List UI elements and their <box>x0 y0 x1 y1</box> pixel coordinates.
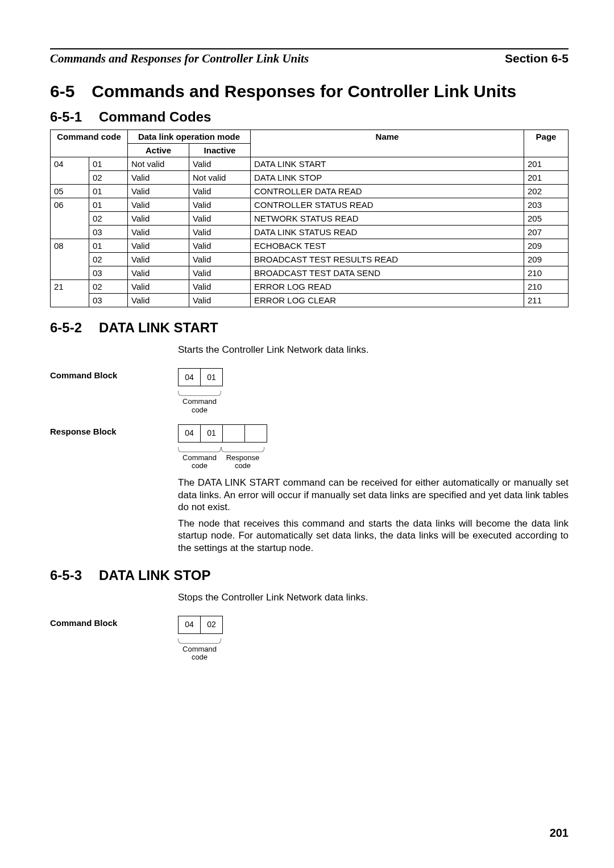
th-page: Page <box>524 130 569 157</box>
cmd-code-minor: 03 <box>89 294 128 307</box>
cell-name: NETWORK STATUS READ <box>251 212 524 226</box>
th-inactive: Inactive <box>189 144 251 157</box>
section-title: Commands and Responses for Controller Li… <box>92 82 516 101</box>
cell-inactive: Valid <box>189 226 251 239</box>
th-mode: Data link operation mode <box>128 130 251 144</box>
table-row: 0601ValidValidCONTROLLER STATUS READ203 <box>51 198 569 212</box>
cell-page: 211 <box>524 294 569 307</box>
cmd-code-major: 04 <box>51 157 89 185</box>
cmd-code-minor: 02 <box>89 212 128 226</box>
cell-page: 201 <box>524 157 569 171</box>
cell-name: ERROR LOG READ <box>251 280 524 294</box>
cell-name: ERROR LOG CLEAR <box>251 294 524 307</box>
subsection-652-heading: 6-5-2DATA LINK START <box>50 320 569 336</box>
header-left: Commands and Responses for Controller Li… <box>50 52 309 66</box>
cell-inactive: Not valid <box>189 171 251 185</box>
cell-page: 209 <box>524 253 569 266</box>
cell-name: CONTROLLER STATUS READ <box>251 198 524 212</box>
cell-active: Not valid <box>128 157 189 171</box>
label-command-block: Command Block <box>50 368 178 380</box>
cell-active: Valid <box>128 226 189 239</box>
cell-inactive: Valid <box>189 294 251 307</box>
cell-page: 202 <box>524 185 569 198</box>
cell-inactive: Valid <box>189 212 251 226</box>
page: Commands and Responses for Controller Li… <box>0 0 614 868</box>
byte-cell: 04 <box>178 616 201 634</box>
cell-inactive: Valid <box>189 185 251 198</box>
cell-inactive: Valid <box>189 280 251 294</box>
table-row: 02ValidValidNETWORK STATUS READ205 <box>51 212 569 226</box>
byte-cell: 01 <box>200 424 223 443</box>
table-row: 2102ValidValidERROR LOG READ210 <box>51 280 569 294</box>
cmd-code-minor: 01 <box>89 198 128 212</box>
subsection-number: 6-5-1 <box>50 109 82 124</box>
brace-label: Command code <box>178 454 221 470</box>
cell-name: DATA LINK STATUS READ <box>251 226 524 239</box>
cell-inactive: Valid <box>189 157 251 171</box>
table-row: 03ValidValidBROADCAST TEST DATA SEND210 <box>51 266 569 280</box>
dls-para-1: The DATA LINK START command can be recei… <box>178 477 569 513</box>
cell-page: 209 <box>524 239 569 253</box>
th-name: Name <box>251 130 524 157</box>
subsection-title: DATA LINK STOP <box>99 567 210 583</box>
subsection-number: 6-5-2 <box>50 320 82 335</box>
cell-inactive: Valid <box>189 198 251 212</box>
brace-label: Command code <box>178 398 221 414</box>
cell-inactive: Valid <box>189 253 251 266</box>
cell-name: BROADCAST TEST RESULTS READ <box>251 253 524 266</box>
byte-cell: 04 <box>178 424 201 443</box>
dls-intro: Starts the Controller Link Network data … <box>178 344 569 356</box>
cmd-code-minor: 01 <box>89 239 128 253</box>
table-row: 03ValidValidDATA LINK STATUS READ207 <box>51 226 569 239</box>
byte-cell <box>244 424 267 443</box>
subsection-title: DATA LINK START <box>99 320 218 335</box>
cmd-code-minor: 02 <box>89 171 128 185</box>
cell-name: CONTROLLER DATA READ <box>251 185 524 198</box>
th-active: Active <box>128 144 189 157</box>
cell-inactive: Valid <box>189 239 251 253</box>
cell-active: Valid <box>128 212 189 226</box>
table-row: 0501ValidValidCONTROLLER DATA READ202 <box>51 185 569 198</box>
cell-active: Valid <box>128 198 189 212</box>
cell-active: Valid <box>128 294 189 307</box>
cell-page: 210 <box>524 280 569 294</box>
table-row: 02ValidNot validDATA LINK STOP201 <box>51 171 569 185</box>
byte-cell: 04 <box>178 368 201 386</box>
cell-page: 210 <box>524 266 569 280</box>
cell-name: DATA LINK STOP <box>251 171 524 185</box>
running-header: Commands and Responses for Controller Li… <box>50 52 569 66</box>
cell-page: 203 <box>524 198 569 212</box>
cell-active: Valid <box>128 280 189 294</box>
cell-active: Valid <box>128 171 189 185</box>
header-right: Section 6-5 <box>505 52 569 65</box>
cell-page: 205 <box>524 212 569 226</box>
brace-label: Command code <box>178 645 221 662</box>
cell-active: Valid <box>128 185 189 198</box>
dlstop-command-diagram: 04 02 Command code <box>178 616 569 662</box>
page-number: 201 <box>550 827 569 840</box>
label-command-block: Command Block <box>50 616 178 628</box>
spacer <box>50 344 178 346</box>
byte-cell <box>222 424 245 443</box>
subsection-number: 6-5-3 <box>50 567 82 583</box>
cmd-code-minor: 02 <box>89 253 128 266</box>
top-rule <box>50 48 569 49</box>
table-row: 0401Not validValidDATA LINK START201 <box>51 157 569 171</box>
cell-page: 207 <box>524 226 569 239</box>
cmd-code-minor: 03 <box>89 266 128 280</box>
byte-cell: 02 <box>200 616 223 634</box>
subsection-title: Command Codes <box>99 109 211 124</box>
label-response-block: Response Block <box>50 424 178 436</box>
cmd-code-minor: 01 <box>89 185 128 198</box>
cell-name: DATA LINK START <box>251 157 524 171</box>
section-number: 6-5 <box>50 82 74 101</box>
cmd-code-minor: 03 <box>89 226 128 239</box>
cmd-code-major: 05 <box>51 185 89 198</box>
command-codes-table: Command code Data link operation mode Na… <box>50 130 569 307</box>
cell-page: 201 <box>524 171 569 185</box>
table-row: 0801ValidValidECHOBACK TEST209 <box>51 239 569 253</box>
dls-command-diagram: 04 01 Command code <box>178 368 569 414</box>
th-command-code: Command code <box>51 130 128 157</box>
dlstop-intro: Stops the Controller Link Network data l… <box>178 591 569 603</box>
cmd-code-major: 21 <box>51 280 89 307</box>
